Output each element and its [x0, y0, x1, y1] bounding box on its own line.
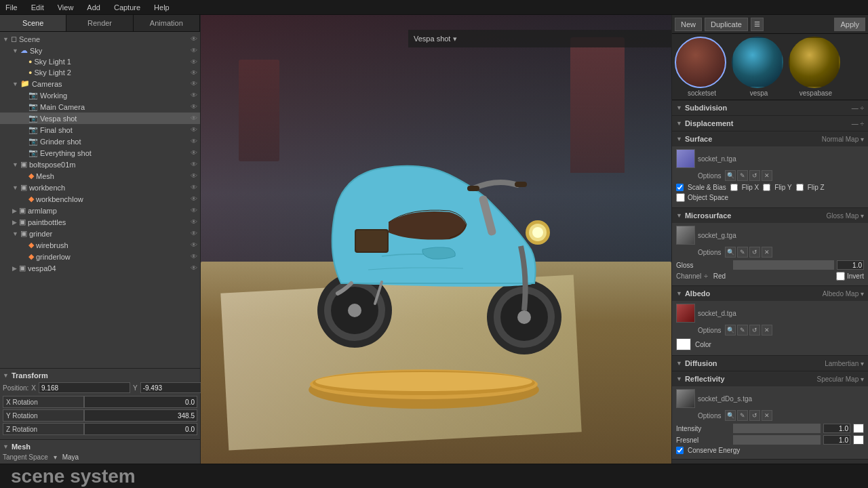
conserve-checkbox[interactable] [676, 447, 684, 454]
surface-right[interactable]: Normal Map ▾ [822, 136, 864, 143]
eye-main-icon[interactable]: 👁 [191, 103, 197, 110]
flipx-checkbox[interactable] [730, 184, 738, 191]
reflectivity-right[interactable]: Specular Map ▾ [817, 375, 864, 383]
glossmap-search-btn[interactable]: 🔍 [725, 247, 736, 258]
reflectivity-header[interactable]: ▼ Reflectivity Specular Map ▾ [672, 371, 868, 386]
eye-vespa-icon[interactable]: 👁 [191, 115, 197, 122]
specmap-thumb[interactable] [676, 389, 695, 408]
microsurface-right[interactable]: Gloss Map ▾ [826, 212, 864, 220]
eye-wbl-icon[interactable]: 👁 [191, 195, 197, 203]
tree-item-workbench[interactable]: ▼ ▣ workbench 👁 [0, 182, 200, 193]
x-rotation-input[interactable] [84, 396, 197, 408]
albedo-reload-btn[interactable]: ↺ [749, 325, 760, 336]
menu-capture[interactable]: Capture [111, 2, 143, 13]
eye-pb-icon[interactable]: 👁 [191, 218, 197, 226]
eye-sl2-icon[interactable]: 👁 [191, 69, 197, 77]
menu-edit[interactable]: Edit [28, 2, 47, 13]
eye-al-icon[interactable]: 👁 [191, 207, 197, 214]
albedomap-thumb[interactable] [676, 304, 695, 323]
eye-mesh-icon[interactable]: 👁 [191, 172, 197, 180]
menu-file[interactable]: File [3, 2, 20, 13]
tree-root-scene[interactable]: ▼ ◻ Scene 👁 [0, 33, 200, 45]
tree-item-paintbottles[interactable]: ▶ ▣ paintbottles 👁 [0, 216, 200, 228]
eye-sl1-icon[interactable]: 👁 [191, 58, 197, 66]
tree-item-everythingshot[interactable]: ▶ 📷 Everything shot 👁 [0, 147, 200, 159]
fresnel-slider[interactable] [733, 435, 821, 445]
tree-item-wirebrush[interactable]: ▶ ◆ wirebrush 👁 [0, 239, 200, 251]
normalmap-clear-btn[interactable]: ✕ [762, 170, 772, 181]
albedo-color-swatch[interactable] [676, 338, 691, 350]
eye-sky-icon[interactable]: 👁 [191, 47, 197, 54]
tab-scene[interactable]: Scene [0, 15, 66, 31]
intensity-value-input[interactable] [823, 424, 850, 433]
gloss-value-input[interactable] [837, 260, 864, 270]
eye-gl-icon[interactable]: 👁 [191, 253, 197, 260]
tree-item-grinder[interactable]: ▼ ▣ grinder 👁 [0, 228, 200, 239]
eye-bolts-icon[interactable]: 👁 [191, 161, 197, 168]
intensity-slider[interactable] [733, 424, 821, 433]
z-rotation-input[interactable] [84, 423, 197, 435]
duplicate-button[interactable]: Duplicate [705, 18, 748, 31]
eye-wb-icon[interactable]: 👁 [191, 184, 197, 191]
material-options-button[interactable]: ☰ [751, 18, 764, 31]
mat-thumb-vespa[interactable]: vespa [732, 37, 786, 97]
surface-header[interactable]: ▼ Surface Normal Map ▾ [672, 131, 868, 146]
albedo-header[interactable]: ▼ Albedo Albedo Map ▾ [672, 286, 868, 301]
transform-header[interactable]: ▼ Transform [3, 371, 197, 380]
albedo-clear-btn[interactable]: ✕ [762, 325, 772, 336]
eye-scene-icon[interactable]: 👁 [191, 35, 197, 43]
tree-item-vespa04[interactable]: ▶ ▣ vespa04 👁 [0, 262, 200, 274]
eye-gs-icon[interactable]: 👁 [191, 138, 197, 145]
eye-wbr-icon[interactable]: 👁 [191, 241, 197, 249]
apply-button[interactable]: Apply [834, 18, 865, 31]
scalebias-checkbox[interactable] [676, 184, 684, 191]
tab-animation[interactable]: Animation [134, 15, 200, 31]
tree-item-working[interactable]: ▶ 📷 Working 👁 [0, 89, 200, 101]
microsurface-header[interactable]: ▼ Microsurface Gloss Map ▾ [672, 208, 868, 223]
tree-item-mesh[interactable]: ▶ ◆ Mesh 👁 [0, 170, 200, 182]
normalmap-thumb[interactable] [676, 149, 695, 168]
tree-item-vespashot[interactable]: ▶ 📷 Vespa shot 👁 [0, 113, 200, 124]
menu-view[interactable]: View [55, 2, 77, 13]
mesh-header[interactable]: ▼ Mesh [3, 443, 197, 451]
tree-item-cameras[interactable]: ▼ 📁 Cameras 👁 [0, 78, 200, 89]
eye-gr-icon[interactable]: 👁 [191, 230, 197, 237]
tree-item-workbenchlow[interactable]: ▶ ◆ workbenchlow 👁 [0, 193, 200, 205]
albedo-right[interactable]: Albedo Map ▾ [823, 290, 864, 298]
albedo-edit-btn[interactable]: ✎ [737, 325, 748, 336]
flipz-checkbox[interactable] [796, 184, 804, 191]
vespabase-thumb-img[interactable] [789, 37, 840, 88]
tree-item-finalshot[interactable]: ▶ 📷 Final shot 👁 [0, 124, 200, 136]
displacement-header[interactable]: ▼ Displacement — ÷ [672, 116, 868, 131]
tree-item-grinderlow[interactable]: ▶ ◆ grinderlow 👁 [0, 251, 200, 262]
glossmap-clear-btn[interactable]: ✕ [762, 247, 772, 258]
gloss-slider[interactable] [733, 260, 834, 270]
tree-item-maincam[interactable]: ▶ 📷 Main Camera 👁 [0, 101, 200, 113]
new-button[interactable]: New [675, 18, 702, 31]
diffusion-right[interactable]: Lambertian ▾ [825, 360, 864, 367]
spec-edit-btn[interactable]: ✎ [737, 410, 748, 421]
normalmap-reload-btn[interactable]: ↺ [749, 170, 760, 181]
spec-clear-btn[interactable]: ✕ [762, 410, 772, 421]
mat-thumb-vespabase[interactable]: vespabase [789, 37, 843, 97]
tree-item-skylight2[interactable]: ▶ ● Sky Light 2 👁 [0, 67, 200, 78]
normalmap-edit-btn[interactable]: ✎ [737, 170, 748, 181]
intensity-color-swatch[interactable] [853, 424, 864, 433]
fresnel-value-input[interactable] [823, 435, 850, 445]
diffusion-header[interactable]: ▼ Diffusion Lambertian ▾ [672, 356, 868, 371]
tree-item-sky[interactable]: ▼ ☁ Sky 👁 [0, 45, 200, 56]
y-rotation-input[interactable] [84, 409, 197, 422]
eye-final-icon[interactable]: 👁 [191, 126, 197, 134]
eye-cam-icon[interactable]: 👁 [191, 80, 197, 87]
tab-render[interactable]: Render [66, 15, 133, 31]
socketset-thumb-img[interactable] [675, 37, 726, 88]
invert-checkbox[interactable] [836, 272, 845, 281]
tree-item-bolts[interactable]: ▼ ▣ boltspose01m 👁 [0, 159, 200, 170]
glossmap-thumb[interactable] [676, 226, 695, 245]
glossmap-reload-btn[interactable]: ↺ [749, 247, 760, 258]
tree-item-grindershot[interactable]: ▶ 📷 Grinder shot 👁 [0, 136, 200, 147]
eye-v04-icon[interactable]: 👁 [191, 264, 197, 272]
spec-reload-btn[interactable]: ↺ [749, 410, 760, 421]
eye-es-icon[interactable]: 👁 [191, 149, 197, 157]
mat-thumb-socketset[interactable]: socketset [675, 37, 729, 97]
